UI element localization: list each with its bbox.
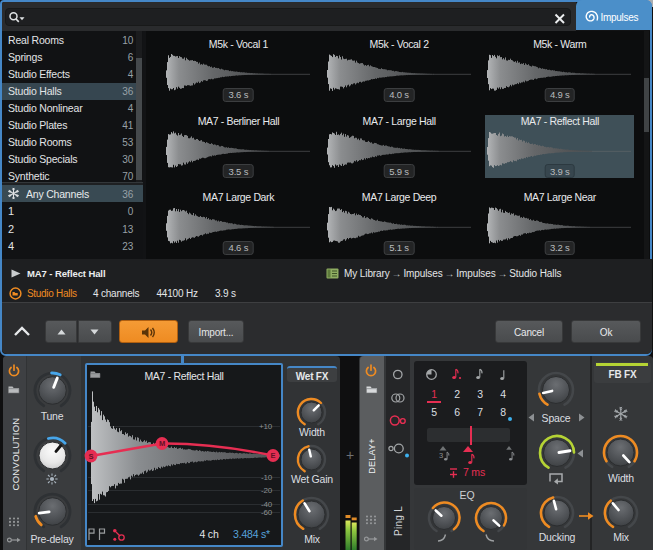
svg-text:S: S <box>88 452 93 461</box>
svg-text:M: M <box>159 439 165 448</box>
svg-text:E: E <box>270 451 275 460</box>
